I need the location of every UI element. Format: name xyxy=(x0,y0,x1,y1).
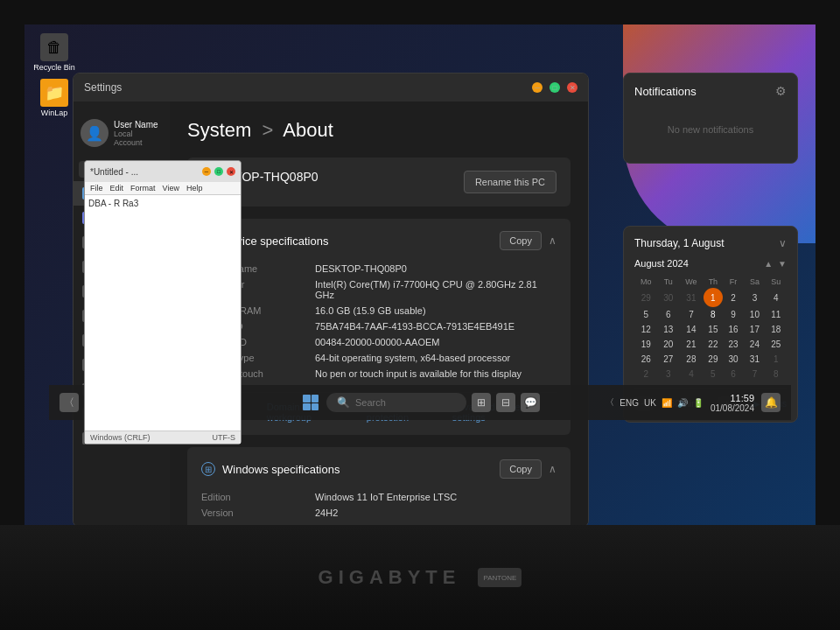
win-specs-copy-button[interactable]: Copy xyxy=(500,459,542,479)
clock-date: 01/08/2024 xyxy=(710,403,754,413)
settings-titlebar: Settings ─ □ ✕ xyxy=(74,74,588,102)
calendar-date-label: Thursday, 1 August xyxy=(634,237,724,249)
notification-header: Notifications ⚙ xyxy=(634,84,787,98)
calendar-day-cell[interactable]: 27 xyxy=(658,352,679,367)
widgets-button[interactable]: ⊟ xyxy=(496,393,515,412)
calendar-day-cell[interactable]: 8 xyxy=(766,367,787,382)
calendar-day-cell[interactable]: 5 xyxy=(704,367,723,382)
folder-icon[interactable]: 📁 WinLap xyxy=(33,79,75,117)
notepad-menu-view[interactable]: View xyxy=(163,184,179,192)
calendar-nav: ▲ ▼ xyxy=(764,259,787,269)
calendar-day-cell[interactable]: 16 xyxy=(723,322,744,337)
sidebar-user: 👤 User Name Local Account xyxy=(74,108,170,158)
calendar-week-row: 19202122232425 xyxy=(634,337,787,352)
calendar-day-cell[interactable]: 18 xyxy=(766,322,787,337)
tray-chevron-icon[interactable]: 〈 xyxy=(606,396,614,409)
rename-pc-button[interactable]: Rename this PC xyxy=(464,171,556,193)
calendar-day-cell[interactable]: 22 xyxy=(704,337,723,352)
device-specs-copy-button[interactable]: Copy xyxy=(500,231,542,250)
calendar-day-cell[interactable]: 13 xyxy=(658,322,679,337)
calendar-day-cell[interactable]: 2 xyxy=(723,288,744,307)
taskbar-search[interactable]: 🔍 xyxy=(326,393,466,412)
calendar-day-cell[interactable]: 29 xyxy=(634,288,658,307)
breadcrumb-parent: System xyxy=(187,119,251,141)
calendar-day-cell[interactable]: 7 xyxy=(679,307,704,322)
close-button[interactable]: ✕ xyxy=(567,82,578,93)
taskbar-chevron-icon[interactable]: 〈 xyxy=(60,393,79,412)
notepad-window: *Untitled - ... ─ □ ✕ File Edit Format V… xyxy=(84,160,242,444)
calendar-day-cell[interactable]: 4 xyxy=(766,288,787,307)
win-edition: Edition Windows 11 IoT Enterprise LTSC xyxy=(201,489,556,505)
calendar-grid: Mo Tu We Th Fr Sa Su 2930311234567891011… xyxy=(634,276,787,382)
calendar-day-cell[interactable]: 26 xyxy=(634,352,658,367)
notepad-close[interactable]: ✕ xyxy=(227,167,235,176)
notepad-menu-file[interactable]: File xyxy=(90,184,103,192)
recycle-bin-icon[interactable]: 🗑 Recycle Bin xyxy=(33,33,75,72)
win-specs-section: ⊞ Windows specifications Copy ∧ Edition xyxy=(187,447,570,525)
calendar-day-cell[interactable]: 31 xyxy=(744,352,765,367)
calendar-day-cell[interactable]: 25 xyxy=(766,337,787,352)
notepad-content[interactable]: DBA - R Ra3 xyxy=(85,195,241,430)
cal-day-mo: Mo xyxy=(634,276,658,288)
battery-icon: 🔋 xyxy=(693,398,704,408)
calendar-day-cell[interactable]: 2 xyxy=(634,367,658,382)
calendar-day-cell[interactable]: 17 xyxy=(744,322,765,337)
taskview-button[interactable]: ⊞ xyxy=(472,393,491,412)
notepad-menu-format[interactable]: Format xyxy=(130,184,156,192)
desktop: 🗑 Recycle Bin 📁 WinLap Settings ─ □ ✕ xyxy=(24,24,816,525)
calendar-day-cell[interactable]: 12 xyxy=(634,322,658,337)
minimize-button[interactable]: ─ xyxy=(532,82,542,93)
calendar-day-cell[interactable]: 5 xyxy=(634,307,658,322)
calendar-day-cell[interactable]: 24 xyxy=(744,337,765,352)
start-button[interactable] xyxy=(300,392,321,413)
calendar-day-cell[interactable]: 28 xyxy=(679,352,704,367)
calendar-day-cell[interactable]: 4 xyxy=(679,367,704,382)
notepad-minimize[interactable]: ─ xyxy=(202,167,211,176)
notification-settings-icon[interactable]: ⚙ xyxy=(775,84,787,98)
notepad-charset: UTF-S xyxy=(213,433,236,442)
user-type: Local Account xyxy=(114,130,163,147)
calendar-day-cell[interactable]: 30 xyxy=(723,352,744,367)
device-specs-header: ℹ Device specifications Copy ∧ xyxy=(201,231,556,250)
spec-processor: Processor Intel(R) Core(TM) i7-7700HQ CP… xyxy=(201,276,556,303)
calendar-day-cell[interactable]: 7 xyxy=(744,367,765,382)
calendar-day-cell[interactable]: 8 xyxy=(704,307,723,322)
calendar-expand-icon[interactable]: ∨ xyxy=(779,237,787,249)
calendar-day-cell[interactable]: 10 xyxy=(744,307,765,322)
calendar-day-cell[interactable]: 29 xyxy=(704,352,723,367)
calendar-day-cell[interactable]: 11 xyxy=(766,307,787,322)
calendar-prev-icon[interactable]: ▲ xyxy=(764,259,773,269)
calendar-day-cell[interactable]: 6 xyxy=(723,367,744,382)
system-clock[interactable]: 11:59 01/08/2024 xyxy=(710,393,754,413)
calendar-day-cell[interactable]: 1 xyxy=(704,288,723,307)
maximize-button[interactable]: □ xyxy=(550,82,560,93)
spec-device-id: Device ID 75BA74B4-7AAF-4193-BCCA-7913E4… xyxy=(201,318,556,334)
notepad-encoding: Windows (CRLF) xyxy=(90,433,150,442)
taskbar-right: 〈 ENG UK 📶 🔊 🔋 11:59 01/08/2024 🔔 xyxy=(606,393,780,413)
calendar-day-cell[interactable]: 14 xyxy=(679,322,704,337)
screen: 🗑 Recycle Bin 📁 WinLap Settings ─ □ ✕ xyxy=(24,24,816,525)
notepad-menu-edit[interactable]: Edit xyxy=(110,184,124,192)
calendar-day-cell[interactable]: 3 xyxy=(744,288,765,307)
calendar-day-cell[interactable]: 30 xyxy=(658,288,679,307)
calendar-next-icon[interactable]: ▼ xyxy=(778,259,787,269)
spec-system-type: System type 64-bit operating system, x64… xyxy=(201,350,556,366)
calendar-day-cell[interactable]: 19 xyxy=(634,337,658,352)
notification-bell-icon[interactable]: 🔔 xyxy=(761,393,780,412)
calendar-day-cell[interactable]: 31 xyxy=(679,288,704,307)
calendar-day-cell[interactable]: 23 xyxy=(723,337,744,352)
chat-button[interactable]: 💬 xyxy=(521,393,540,412)
calendar-day-cell[interactable]: 6 xyxy=(658,307,679,322)
notepad-maximize[interactable]: □ xyxy=(214,167,223,176)
pantone-badge: PANTONE xyxy=(478,568,522,587)
calendar-header: Thursday, 1 August ∨ xyxy=(634,237,787,249)
calendar-day-cell[interactable]: 15 xyxy=(704,322,723,337)
calendar-day-cell[interactable]: 3 xyxy=(658,367,679,382)
calendar-day-cell[interactable]: 9 xyxy=(723,307,744,322)
calendar-day-cell[interactable]: 21 xyxy=(679,337,704,352)
calendar-days-header: Mo Tu We Th Fr Sa Su xyxy=(634,276,787,288)
notepad-menu-help[interactable]: Help xyxy=(186,184,203,192)
calendar-day-cell[interactable]: 20 xyxy=(658,337,679,352)
calendar-day-cell[interactable]: 1 xyxy=(766,352,787,367)
taskbar-search-input[interactable] xyxy=(355,397,456,408)
